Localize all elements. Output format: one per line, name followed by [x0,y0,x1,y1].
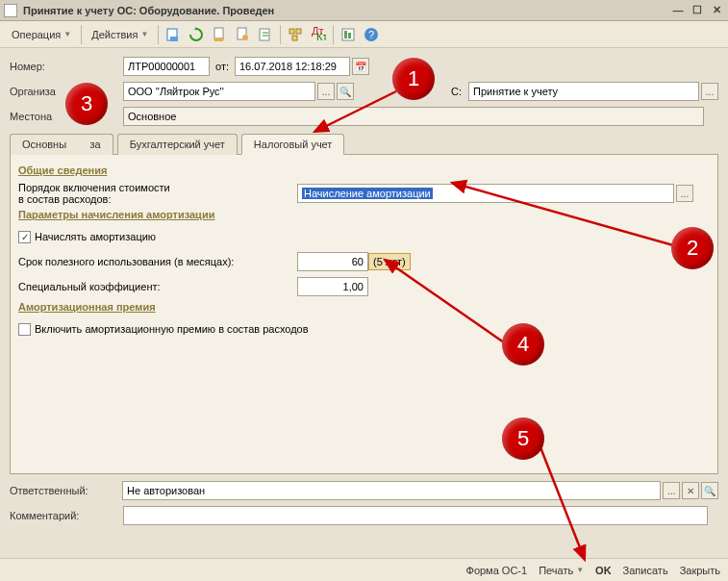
svg-rect-8 [296,29,301,34]
callout-5: 5 [502,417,544,460]
svg-text:Кт: Кт [316,31,326,42]
search-icon[interactable]: 🔍 [701,482,718,499]
titlebar: Принятие к учету ОС: Оборудование. Прове… [0,0,728,21]
comment-label: Комментарий: [10,510,123,521]
cost-inclusion-label2: в состав расходов: [18,193,297,205]
tab-panel-tax: Общие сведения Порядок включения стоимос… [10,155,718,474]
number-label: Номер: [10,61,123,72]
tab-main-label: Основны [22,139,66,150]
callout-1: 1 [392,58,435,100]
date-field[interactable]: 16.07.2018 12:18:29 [235,57,350,76]
tab-accounting-label: Бухгалтерский учет [130,139,225,150]
operation-label: Операция [12,29,61,40]
select-button[interactable]: ... [676,185,693,202]
search-icon[interactable]: 🔍 [337,83,354,100]
tab-accounting[interactable]: Бухгалтерский учет [117,134,238,155]
tab-bar: Основны за Бухгалтерский учет Налоговый … [10,133,718,155]
select-button[interactable]: ... [663,482,680,499]
toolbar: Операция▼ Действия▼ ДтКт ? [0,21,728,48]
refresh-icon[interactable] [186,24,207,45]
coeff-label: Специальный коэффициент: [18,281,297,292]
maximize-button[interactable]: ☐ [690,4,705,17]
report-icon[interactable] [338,24,359,45]
post-icon[interactable] [163,24,184,45]
comment-field[interactable] [123,506,708,525]
print-button[interactable]: Печать▼ [539,565,584,576]
tab-tax-label: Налоговый учет [254,139,333,150]
footer: Форма ОС-1 Печать▼ OK Записать Закрыть [0,558,728,581]
doc2-icon[interactable] [232,24,253,45]
responsible-value: Не авторизован [127,485,205,496]
tab-main[interactable]: Основны за [10,134,113,155]
useful-life-hint: (5 лет) [368,253,411,270]
event-value: Принятие к учету [473,86,558,97]
header-fields: Номер: ЛТР00000001 от: 16.07.2018 12:18:… [0,48,728,534]
debit-credit-icon[interactable]: ДтКт [308,24,329,45]
minimize-button[interactable]: — [670,4,686,17]
cost-inclusion-label1: Порядок включения стоимости [18,182,297,193]
calendar-icon[interactable]: 📅 [352,58,369,75]
svg-rect-6 [260,29,269,40]
ok-button[interactable]: OK [595,565,612,576]
help-icon[interactable]: ? [361,24,382,45]
operation-menu[interactable]: Операция▼ [6,26,77,43]
svg-text:?: ? [368,29,374,40]
save-button[interactable]: Записать [623,565,668,576]
premium-label: Включить амортизационную премию в состав… [35,323,309,335]
callout-3: 3 [65,83,108,125]
close-button[interactable]: Закрыть [680,565,720,576]
responsible-label: Ответственный: [10,485,122,496]
calc-amort-checkbox[interactable] [18,231,31,243]
from-label: от: [210,61,235,72]
folder-icon[interactable] [255,24,276,45]
chevron-down-icon: ▼ [63,30,71,38]
tab-main-label2: за [90,139,101,150]
useful-life-value: 60 [352,256,364,267]
form-os1-button[interactable]: Форма ОС-1 [466,565,528,576]
cost-inclusion-field[interactable]: Начисление амортизации [297,184,674,203]
form-os1-label: Форма ОС-1 [466,565,528,576]
svg-point-5 [242,35,248,40]
close-label: Закрыть [680,565,720,576]
close-button[interactable]: ✕ [709,4,724,17]
svg-rect-9 [292,36,297,40]
location-value: Основное [128,111,176,122]
org-field[interactable]: ООО ''Ляйтрок Рус'' [123,82,315,101]
group-amort-premium: Амортизационная премия [18,301,710,313]
window-icon [4,4,17,17]
svg-rect-14 [348,33,351,38]
premium-checkbox[interactable] [18,323,31,336]
window-title: Принятие к учету ОС: Оборудование. Прове… [23,5,670,16]
useful-life-label: Срок полезного использования (в месяцах)… [18,256,297,267]
group-general: Общие сведения [18,164,710,176]
event-field[interactable]: Принятие к учету [468,82,699,101]
group-amort-params: Параметры начисления амортизации [18,209,710,220]
svg-rect-1 [170,37,178,41]
select-button[interactable]: ... [317,83,335,100]
location-field[interactable]: Основное [123,107,704,126]
tab-tax[interactable]: Налоговый учет [241,134,345,155]
tree-icon[interactable] [285,24,306,45]
doc-icon[interactable] [209,24,230,45]
callout-2: 2 [671,227,714,269]
number-field[interactable]: ЛТР00000001 [123,57,210,76]
separator [280,25,281,44]
cost-inclusion-value: Начисление амортизации [302,188,433,199]
svg-rect-13 [344,31,347,38]
svg-rect-7 [289,29,294,34]
print-label: Печать [539,565,573,576]
event-label: С: [451,86,468,97]
useful-life-field[interactable]: 60 [297,252,368,271]
actions-label: Действия [91,29,138,40]
actions-menu[interactable]: Действия▼ [86,26,154,43]
clear-icon[interactable]: ✕ [682,482,699,499]
select-button[interactable]: ... [701,83,718,100]
coeff-field[interactable]: 1,00 [297,277,368,296]
calc-amort-label: Начислять амортизацию [35,231,156,242]
date-value: 16.07.2018 12:18:29 [239,61,337,72]
chevron-down-icon: ▼ [140,30,148,38]
responsible-field[interactable]: Не авторизован [122,481,661,500]
separator [158,25,159,44]
chevron-down-icon: ▼ [576,566,584,574]
separator [333,25,334,44]
